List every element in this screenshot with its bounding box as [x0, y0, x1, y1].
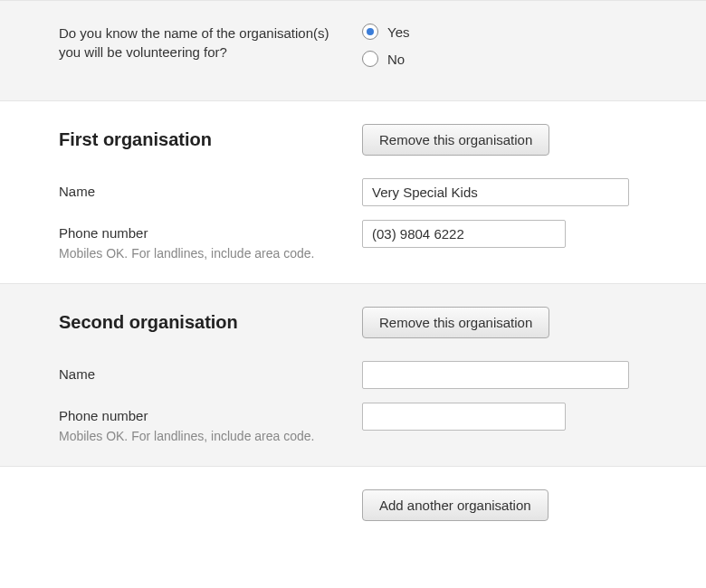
- remove-organisation-1-button[interactable]: Remove this organisation: [362, 124, 549, 156]
- question-text: Do you know the name of the organisation…: [59, 24, 344, 62]
- remove-organisation-2-button[interactable]: Remove this organisation: [362, 307, 549, 338]
- radio-option-yes[interactable]: Yes: [362, 24, 679, 40]
- radio-option-no[interactable]: No: [362, 51, 679, 67]
- org2-phone-input[interactable]: [362, 403, 566, 431]
- organisation-2-title: Second organisation: [59, 312, 362, 333]
- radio-label-yes: Yes: [387, 24, 409, 40]
- add-section: Add another organisation: [0, 467, 706, 544]
- organisation-1-title: First organisation: [59, 129, 362, 150]
- add-organisation-button[interactable]: Add another organisation: [362, 489, 549, 521]
- org1-phone-input[interactable]: [362, 220, 566, 248]
- org2-name-label: Name: [59, 366, 362, 382]
- radio-icon: [362, 51, 378, 67]
- radio-icon: [362, 24, 378, 40]
- question-section: Do you know the name of the organisation…: [0, 0, 706, 101]
- radio-label-no: No: [387, 52, 405, 67]
- organisation-1-section: First organisation Remove this organisat…: [0, 101, 706, 283]
- org2-name-input[interactable]: [362, 361, 629, 389]
- organisation-2-section: Second organisation Remove this organisa…: [0, 283, 706, 467]
- org2-phone-label: Phone number: [59, 408, 362, 423]
- org1-name-input[interactable]: [362, 178, 629, 206]
- org1-phone-hint: Mobiles OK. For landlines, include area …: [59, 246, 362, 261]
- org1-name-label: Name: [59, 184, 362, 199]
- org2-phone-hint: Mobiles OK. For landlines, include area …: [59, 429, 362, 443]
- org1-phone-label: Phone number: [59, 225, 362, 241]
